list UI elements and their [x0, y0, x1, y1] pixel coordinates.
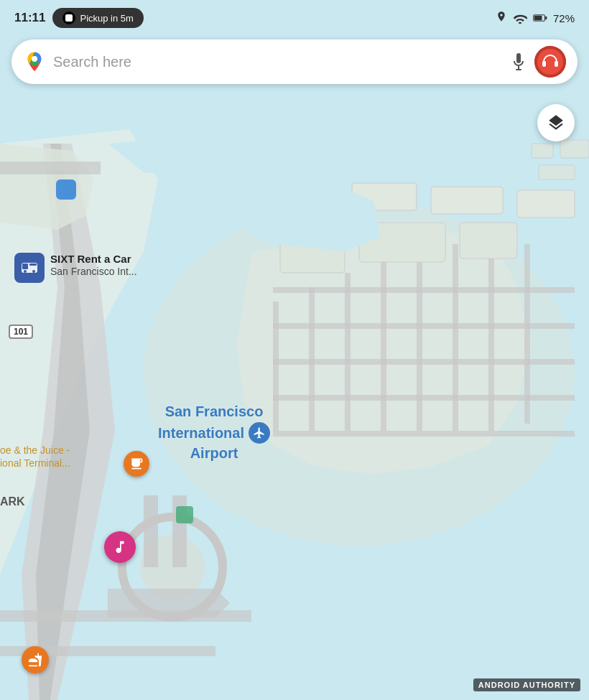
svg-rect-6	[417, 251, 422, 431]
juice-bar-label[interactable]: oe & the Juice - ional Terminal...	[0, 444, 70, 470]
status-bar: 11:11 Pickup in 5m 72%	[0, 0, 589, 36]
svg-rect-17	[460, 223, 517, 258]
mic-icon[interactable]	[510, 52, 527, 72]
svg-rect-2	[273, 302, 279, 431]
sixt-marker[interactable]: SIXT Rent a Car San Francisco Int...	[14, 253, 137, 283]
svg-rect-39	[516, 53, 521, 63]
google-maps-icon	[23, 50, 46, 73]
svg-rect-21	[517, 190, 575, 218]
svg-point-43	[537, 49, 563, 75]
svg-rect-14	[273, 431, 575, 437]
coffee-marker[interactable]	[124, 451, 149, 477]
svg-rect-5	[381, 258, 386, 431]
svg-rect-26	[0, 162, 101, 170]
svg-point-50	[32, 270, 35, 273]
svg-rect-10	[273, 287, 575, 293]
location-icon	[496, 11, 507, 25]
search-placeholder: Search here	[53, 54, 503, 70]
svg-rect-30	[539, 165, 575, 179]
uber-label: Pickup in 5m	[80, 13, 133, 24]
svg-rect-36	[534, 16, 542, 20]
svg-rect-44	[542, 61, 546, 67]
sixt-name: SIXT Rent a Car	[50, 253, 137, 266]
sixt-sub: San Francisco Int...	[50, 266, 137, 277]
music-icon	[112, 539, 128, 555]
coffee-icon	[129, 457, 144, 471]
svg-rect-34	[176, 506, 193, 523]
svg-rect-41	[516, 69, 521, 70]
svg-rect-45	[555, 61, 558, 67]
svg-point-49	[24, 270, 27, 273]
svg-rect-13	[273, 395, 575, 401]
layers-icon	[547, 113, 565, 132]
svg-rect-37	[545, 17, 547, 19]
sfo-line2: International	[158, 424, 244, 442]
juice-bar-line2: ional Terminal...	[0, 457, 70, 470]
avatar[interactable]	[534, 46, 566, 78]
battery-icon	[533, 13, 547, 23]
sixt-info: SIXT Rent a Car San Francisco Int...	[50, 253, 137, 277]
svg-rect-47	[22, 263, 28, 269]
route-101-badge: 101	[9, 325, 33, 339]
status-right: 72%	[496, 11, 575, 25]
svg-rect-4	[345, 273, 351, 431]
map-container[interactable]: 11:11 Pickup in 5m 72%	[0, 0, 589, 700]
status-left: 11:11 Pickup in 5m	[14, 8, 144, 28]
clock: 11:11	[14, 11, 45, 25]
map-background	[0, 0, 589, 700]
juice-bar-line1: oe & the Juice -	[0, 444, 70, 457]
android-authority-watermark: ANDROID AUTHORITY	[473, 678, 580, 691]
restaurant-icon	[28, 653, 42, 667]
sfo-airplane-icon	[249, 422, 270, 444]
svg-rect-48	[29, 263, 37, 266]
food-marker[interactable]	[22, 646, 49, 673]
svg-rect-8	[488, 244, 494, 431]
svg-rect-29	[560, 140, 589, 158]
search-bar[interactable]: Search here	[11, 39, 578, 84]
svg-rect-12	[273, 359, 575, 365]
parking-label: ARK	[0, 495, 25, 508]
battery-percent: 72%	[553, 12, 575, 24]
svg-rect-24	[144, 495, 158, 567]
svg-rect-33	[56, 179, 76, 200]
sfo-line3: Airport	[158, 444, 270, 462]
android-authority-text: ANDROID AUTHORITY	[478, 681, 575, 689]
sfo-label[interactable]: San Francisco International Airport	[158, 402, 270, 462]
sfo-line1: San Francisco	[158, 402, 270, 421]
uber-logo-icon	[62, 11, 75, 24]
svg-rect-7	[453, 244, 458, 431]
parking-text: ARK	[0, 495, 25, 508]
svg-rect-40	[518, 66, 519, 69]
svg-rect-11	[273, 323, 575, 329]
pink-marker[interactable]	[104, 531, 136, 563]
svg-rect-28	[532, 144, 553, 158]
sixt-icon	[14, 253, 45, 283]
svg-rect-31	[0, 610, 251, 622]
svg-point-38	[32, 56, 37, 62]
wifi-icon	[513, 12, 527, 24]
svg-rect-20	[431, 187, 503, 214]
layers-button[interactable]	[537, 104, 575, 141]
svg-rect-27	[0, 170, 101, 174]
uber-notification[interactable]: Pickup in 5m	[52, 8, 143, 28]
